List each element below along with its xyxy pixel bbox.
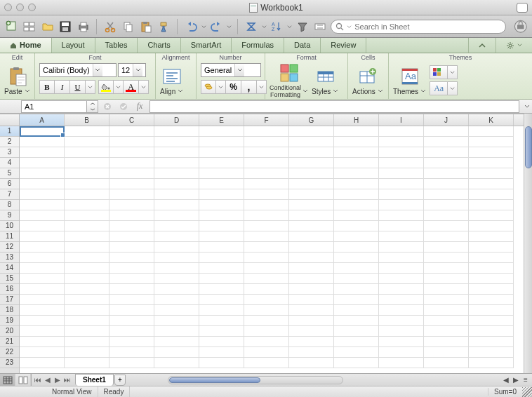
cell[interactable]	[289, 147, 334, 158]
underline-dropdown[interactable]	[86, 80, 95, 94]
cell[interactable]	[244, 337, 289, 347]
cell[interactable]	[199, 189, 244, 200]
cell[interactable]	[334, 274, 379, 284]
cell[interactable]	[379, 305, 424, 316]
cell[interactable]	[65, 137, 109, 147]
column-header[interactable]: A	[20, 114, 65, 126]
cell[interactable]	[424, 242, 469, 253]
cell[interactable]	[154, 189, 199, 200]
cell[interactable]	[109, 316, 154, 326]
cell[interactable]	[154, 316, 199, 326]
fill-color-button[interactable]	[98, 80, 114, 94]
select-all-button[interactable]	[0, 114, 20, 126]
vertical-scrollbar[interactable]	[524, 114, 532, 373]
font-size-combo[interactable]: 12	[118, 63, 146, 77]
cell[interactable]	[109, 168, 154, 179]
cell[interactable]	[379, 147, 424, 158]
italic-button[interactable]: I	[55, 80, 70, 94]
row-header[interactable]: 16	[0, 284, 19, 295]
cell[interactable]	[154, 210, 199, 221]
cell[interactable]	[424, 200, 469, 210]
row-header[interactable]: 22	[0, 347, 19, 358]
cell[interactable]	[20, 253, 65, 263]
cell[interactable]	[289, 305, 334, 316]
sort-button[interactable]: AZ	[270, 19, 284, 34]
cell[interactable]	[379, 221, 424, 231]
cell[interactable]	[424, 253, 469, 263]
cell[interactable]	[244, 231, 289, 242]
font-name-combo[interactable]: Calibri (Body)	[39, 63, 117, 77]
cell[interactable]	[154, 326, 199, 337]
cell[interactable]	[424, 189, 469, 200]
cell[interactable]	[334, 316, 379, 326]
search-dropdown[interactable]	[347, 22, 352, 31]
autosum-button[interactable]	[244, 19, 258, 34]
page-layout-view-button[interactable]	[15, 374, 31, 386]
cell[interactable]	[109, 126, 154, 137]
styles-dropdown[interactable]	[332, 88, 339, 95]
cell[interactable]	[289, 231, 334, 242]
formula-input-field[interactable]	[153, 101, 516, 112]
cell[interactable]	[334, 158, 379, 168]
cell[interactable]	[469, 305, 514, 316]
cell[interactable]	[199, 158, 244, 168]
cell[interactable]	[379, 179, 424, 189]
cell[interactable]	[154, 347, 199, 358]
cell[interactable]	[199, 316, 244, 326]
cell[interactable]	[154, 221, 199, 231]
cell[interactable]	[244, 126, 289, 137]
cell[interactable]	[109, 147, 154, 158]
cell[interactable]	[244, 316, 289, 326]
cell[interactable]	[289, 295, 334, 305]
last-sheet-button[interactable]: ⏭	[62, 375, 72, 386]
cell[interactable]	[469, 253, 514, 263]
cell[interactable]	[199, 147, 244, 158]
close-window-button[interactable]	[4, 4, 12, 11]
toolbar-toggle-button[interactable]	[517, 3, 528, 13]
scroll-config-button[interactable]: ≡	[521, 375, 531, 385]
cell[interactable]	[244, 189, 289, 200]
column-header[interactable]: J	[424, 114, 469, 126]
cell[interactable]	[244, 295, 289, 305]
cell[interactable]	[469, 179, 514, 189]
next-sheet-button[interactable]: ▶	[53, 375, 62, 386]
column-header[interactable]: F	[244, 114, 289, 126]
cell[interactable]	[379, 295, 424, 305]
cell[interactable]	[199, 200, 244, 210]
cell[interactable]	[109, 137, 154, 147]
fill-color-dropdown[interactable]	[114, 80, 124, 94]
cell[interactable]	[109, 263, 154, 274]
format-painter-button[interactable]	[157, 19, 171, 34]
align-button[interactable]: Align	[160, 66, 184, 95]
cell[interactable]	[244, 137, 289, 147]
column-header[interactable]: D	[154, 114, 199, 126]
toolbox-button[interactable]	[513, 19, 528, 34]
cell[interactable]	[469, 358, 514, 368]
name-box-dropdown[interactable]	[87, 100, 98, 113]
copy-button[interactable]	[121, 19, 135, 34]
cell[interactable]	[65, 358, 109, 368]
paste-dropdown[interactable]	[24, 88, 31, 95]
cell[interactable]	[20, 168, 65, 179]
row-header[interactable]: 14	[0, 263, 19, 274]
redo-button[interactable]	[209, 19, 224, 34]
formula-input[interactable]	[149, 100, 519, 113]
cell[interactable]	[379, 168, 424, 179]
comma-button[interactable]: ,	[241, 80, 257, 94]
theme-colors-dropdown[interactable]	[448, 65, 458, 79]
column-header[interactable]: K	[469, 114, 514, 126]
cell[interactable]	[244, 253, 289, 263]
cell[interactable]	[424, 284, 469, 295]
cell[interactable]	[289, 189, 334, 200]
actions-dropdown[interactable]	[377, 88, 384, 95]
cell[interactable]	[65, 316, 109, 326]
cell[interactable]	[20, 200, 65, 210]
cell[interactable]	[65, 347, 109, 358]
row-header[interactable]: 9	[0, 210, 19, 221]
row-header[interactable]: 2	[0, 137, 19, 147]
tab-layout[interactable]: Layout	[52, 38, 95, 53]
cell[interactable]	[199, 179, 244, 189]
cell[interactable]	[65, 210, 109, 221]
cell[interactable]	[244, 347, 289, 358]
tab-review[interactable]: Review	[321, 38, 366, 53]
